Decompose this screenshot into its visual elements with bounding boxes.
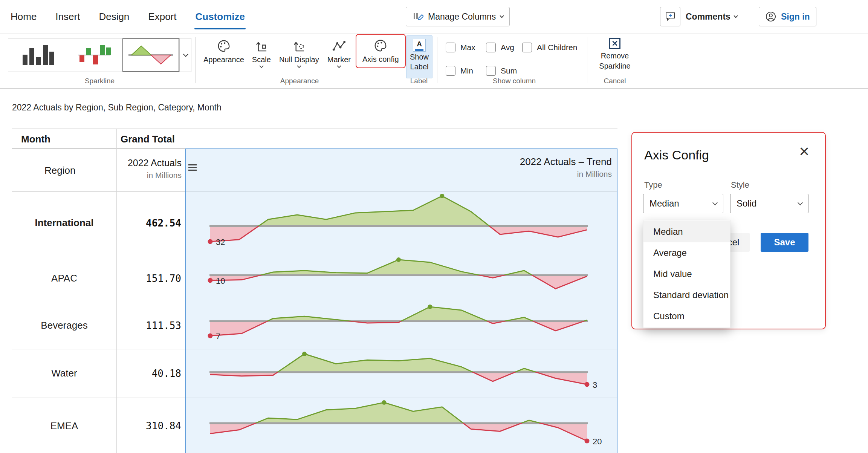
chevron-down-icon	[712, 200, 718, 205]
remove-icon	[608, 37, 622, 50]
svg-text:32: 32	[216, 237, 225, 247]
sparkline-apac[interactable]: 10	[210, 258, 587, 298]
sparkline-emea[interactable]: 20	[210, 401, 587, 451]
page-title: 2022 Actuals by Region, Sub Region, Cate…	[12, 103, 222, 113]
manage-columns-button[interactable]: Manage Columns	[406, 7, 510, 26]
type-label: Type	[644, 180, 662, 190]
table-row: APAC151.70	[12, 255, 182, 302]
ribbon: Sparkline Appearance Scale Null Display …	[0, 33, 868, 89]
trend-sparkline-icon	[126, 43, 175, 67]
row-label[interactable]: EMEA	[12, 398, 116, 453]
type-select[interactable]: Median	[643, 194, 723, 213]
row-label[interactable]: Water	[12, 349, 116, 398]
tab-customize[interactable]: Customize	[194, 9, 245, 25]
palette-icon	[373, 38, 388, 53]
tab-export[interactable]: Export	[147, 9, 177, 25]
group-divider	[437, 37, 437, 83]
row-value[interactable]: 462.54	[116, 191, 181, 255]
checkbox-avg-label: Avg	[501, 43, 514, 52]
sparkline-group-caption: Sparkline	[8, 77, 191, 85]
checkbox-all-children-label: All Children	[537, 43, 577, 52]
style-select-value: Solid	[737, 198, 756, 209]
show-label-line1: Show	[410, 53, 429, 61]
table-row: International462.54	[12, 191, 182, 255]
checkbox-icon	[486, 66, 496, 76]
sign-in-label: Sign in	[781, 12, 810, 22]
sparkline-type-trend[interactable]	[122, 38, 179, 72]
sparkline-type-bars[interactable]	[8, 38, 65, 72]
checkbox-all-children[interactable]: All Children	[522, 43, 577, 52]
manage-columns-icon	[412, 11, 423, 22]
svg-text:3: 3	[593, 380, 597, 390]
checkbox-sum-label: Sum	[501, 66, 517, 75]
close-icon[interactable]: ×	[799, 142, 809, 160]
subheader-region: Region	[44, 165, 75, 176]
remove-line2: Sparkline	[599, 62, 630, 70]
style-select[interactable]: Solid	[730, 194, 808, 213]
null-display-label: Null Display	[279, 55, 319, 64]
show-label-line2: Label	[410, 63, 429, 71]
marker-label: Marker	[327, 55, 351, 64]
tab-home[interactable]: Home	[10, 9, 37, 25]
sparkline-gallery-expand-button[interactable]	[180, 38, 191, 72]
row-label[interactable]: Beverages	[12, 302, 116, 349]
axis-type-option[interactable]: Standard deviation	[643, 285, 730, 306]
sign-in-button[interactable]: Sign in	[759, 7, 816, 26]
table-grid-line	[12, 129, 617, 129]
axis-type-option[interactable]: Mid value	[643, 263, 730, 285]
null-display-button[interactable]: Null Display	[276, 37, 322, 70]
add-comment-icon	[660, 7, 680, 26]
row-value[interactable]: 151.70	[116, 255, 181, 302]
remove-sparkline-button[interactable]: Remove Sparkline	[592, 37, 637, 70]
person-icon	[765, 11, 776, 22]
sparkline-type-winloss[interactable]	[65, 38, 122, 72]
checkbox-min[interactable]: Min	[446, 66, 473, 76]
marker-button[interactable]: Marker	[322, 37, 356, 70]
chevron-down-icon	[183, 51, 188, 57]
checkbox-icon	[522, 43, 532, 52]
table-header-month: Month	[21, 133, 50, 145]
scale-button[interactable]: Scale	[247, 37, 276, 70]
checkbox-sum[interactable]: Sum	[486, 66, 517, 76]
comments-label: Comments	[686, 12, 730, 22]
column-drag-handle-icon[interactable]	[188, 164, 197, 172]
marker-icon	[332, 39, 346, 53]
checkbox-avg[interactable]: Avg	[486, 43, 514, 52]
palette-icon	[217, 39, 231, 53]
sparkline-type-gallery	[8, 38, 180, 72]
winloss-sparkline-icon	[76, 43, 112, 67]
axis-type-option[interactable]: Average	[643, 242, 730, 263]
comments-button[interactable]: Comments	[660, 7, 737, 26]
checkbox-icon	[486, 43, 496, 52]
checkbox-icon	[446, 66, 455, 76]
remove-line1: Remove	[601, 52, 629, 60]
manage-columns-label: Manage Columns	[428, 12, 496, 22]
show-label-button[interactable]: A Show Label	[406, 35, 432, 78]
row-label[interactable]: APAC	[12, 255, 116, 302]
svg-text:20: 20	[593, 437, 602, 446]
axis-config-button[interactable]: Axis config	[359, 36, 402, 66]
sparkline-water[interactable]: 3	[210, 352, 587, 394]
group-divider	[195, 37, 196, 83]
sparkline-beverages[interactable]: 7	[210, 305, 587, 346]
appearance-button[interactable]: Appearance	[200, 37, 247, 66]
bar-sparkline-icon	[19, 43, 55, 67]
row-value[interactable]: 111.53	[116, 302, 181, 349]
chevron-down-icon	[798, 200, 803, 205]
appearance-group: Appearance Scale Null Display Marker	[200, 37, 406, 70]
row-label[interactable]: International	[12, 191, 116, 255]
checkbox-min-label: Min	[460, 66, 473, 75]
sparkline-international[interactable]: 32	[210, 194, 587, 251]
checkbox-max[interactable]: Max	[446, 43, 475, 52]
checkbox-icon	[446, 43, 455, 52]
chevron-down-icon	[734, 14, 738, 18]
tab-design[interactable]: Design	[98, 9, 130, 25]
row-value[interactable]: 310.84	[116, 398, 181, 453]
axis-type-option[interactable]: Custom	[643, 306, 730, 327]
measure-title: 2022 Actuals	[94, 158, 182, 168]
svg-text:10: 10	[216, 276, 225, 286]
save-button[interactable]: Save	[761, 233, 808, 252]
axis-type-option[interactable]: Median	[643, 221, 730, 242]
tab-insert[interactable]: Insert	[55, 9, 81, 25]
row-value[interactable]: 40.18	[116, 349, 181, 398]
